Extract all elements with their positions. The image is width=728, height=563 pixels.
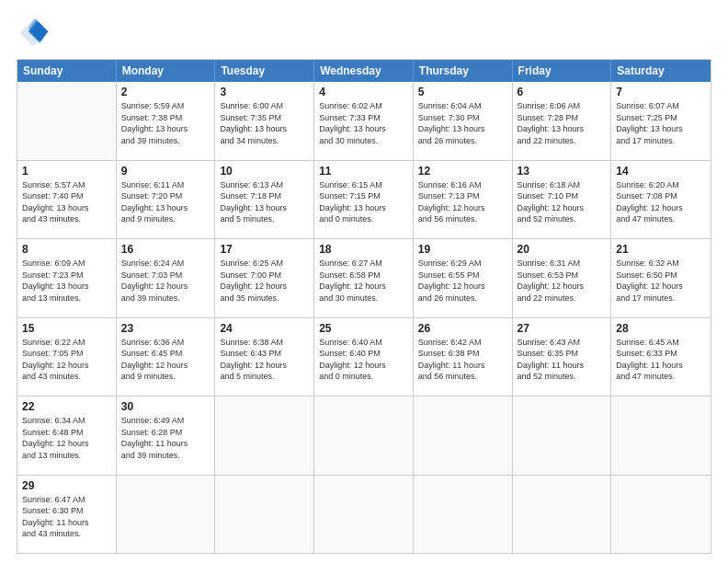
day-number: 23 (121, 322, 210, 335)
cal-cell: 7Sunrise: 6:07 AM Sunset: 7:25 PM Daylig… (611, 82, 711, 160)
cal-cell: 21Sunrise: 6:32 AM Sunset: 6:50 PM Dayli… (611, 239, 711, 317)
cal-cell: 4Sunrise: 6:02 AM Sunset: 7:33 PM Daylig… (314, 82, 414, 160)
day-number: 27 (518, 322, 607, 335)
day-number: 5 (418, 86, 507, 98)
logo-icon (17, 17, 50, 50)
day-number: 2 (121, 86, 210, 98)
cal-cell (513, 476, 612, 554)
cal-cell: 20Sunrise: 6:31 AM Sunset: 6:53 PM Dayli… (513, 239, 612, 317)
header-day-thursday: Thursday (414, 60, 513, 82)
cell-info: Sunrise: 6:13 AM Sunset: 7:18 PM Dayligh… (220, 179, 309, 225)
day-number: 22 (22, 400, 111, 413)
cal-cell (611, 476, 711, 554)
day-number: 25 (319, 322, 408, 335)
cal-cell: 15Sunrise: 6:22 AM Sunset: 7:05 PM Dayli… (17, 318, 117, 396)
cal-cell: 30Sunrise: 6:49 AM Sunset: 6:28 PM Dayli… (117, 396, 216, 475)
day-number: 14 (616, 165, 706, 178)
cell-info: Sunrise: 6:34 AM Sunset: 6:48 PM Dayligh… (22, 415, 111, 461)
header-day-monday: Monday (117, 60, 216, 82)
day-number: 1 (22, 165, 111, 178)
cell-info: Sunrise: 6:32 AM Sunset: 6:50 PM Dayligh… (616, 258, 706, 304)
cell-info: Sunrise: 6:11 AM Sunset: 7:20 PM Dayligh… (121, 179, 210, 225)
cell-info: Sunrise: 6:38 AM Sunset: 6:43 PM Dayligh… (220, 337, 309, 383)
cal-cell: 5Sunrise: 6:04 AM Sunset: 7:30 PM Daylig… (414, 82, 513, 160)
cell-info: Sunrise: 6:22 AM Sunset: 7:05 PM Dayligh… (22, 337, 111, 383)
day-number: 3 (220, 86, 309, 98)
cal-cell: 26Sunrise: 6:42 AM Sunset: 6:38 PM Dayli… (414, 318, 513, 396)
cal-cell (513, 396, 612, 475)
cal-cell: 23Sunrise: 6:36 AM Sunset: 6:45 PM Dayli… (117, 318, 216, 396)
cal-row-2: 8Sunrise: 6:09 AM Sunset: 7:23 PM Daylig… (17, 238, 711, 317)
cell-info: Sunrise: 6:40 AM Sunset: 6:40 PM Dayligh… (319, 337, 408, 383)
header-day-sunday: Sunday (17, 60, 117, 82)
cal-cell: 25Sunrise: 6:40 AM Sunset: 6:40 PM Dayli… (314, 318, 414, 396)
cal-cell (17, 82, 117, 160)
day-number: 10 (220, 165, 309, 178)
cal-row-5: 29Sunrise: 6:47 AM Sunset: 6:30 PM Dayli… (17, 475, 711, 554)
cal-row-0: 2Sunrise: 5:59 AM Sunset: 7:38 PM Daylig… (17, 82, 711, 160)
cal-cell: 14Sunrise: 6:20 AM Sunset: 7:08 PM Dayli… (611, 161, 711, 239)
header-day-wednesday: Wednesday (314, 60, 414, 82)
cell-info: Sunrise: 6:47 AM Sunset: 6:30 PM Dayligh… (22, 494, 111, 540)
cal-cell (314, 396, 414, 475)
header (17, 17, 711, 50)
cell-info: Sunrise: 6:27 AM Sunset: 6:58 PM Dayligh… (319, 258, 408, 304)
cell-info: Sunrise: 6:00 AM Sunset: 7:35 PM Dayligh… (220, 100, 309, 146)
day-number: 7 (616, 86, 706, 98)
cal-row-1: 1Sunrise: 5:57 AM Sunset: 7:40 PM Daylig… (17, 160, 711, 239)
day-number: 28 (616, 322, 706, 335)
day-number: 29 (22, 479, 111, 492)
header-day-tuesday: Tuesday (215, 60, 314, 82)
day-number: 9 (121, 165, 210, 178)
cell-info: Sunrise: 6:09 AM Sunset: 7:23 PM Dayligh… (22, 258, 111, 304)
day-number: 11 (319, 165, 408, 178)
cal-cell (414, 396, 513, 475)
cal-cell: 2Sunrise: 5:59 AM Sunset: 7:38 PM Daylig… (117, 82, 216, 160)
cell-info: Sunrise: 5:59 AM Sunset: 7:38 PM Dayligh… (121, 100, 210, 146)
cell-info: Sunrise: 6:06 AM Sunset: 7:28 PM Dayligh… (518, 100, 607, 146)
day-number: 21 (616, 243, 706, 256)
cal-cell (215, 396, 314, 475)
calendar-header: SundayMondayTuesdayWednesdayThursdayFrid… (17, 60, 711, 82)
cal-cell: 1Sunrise: 5:57 AM Sunset: 7:40 PM Daylig… (17, 161, 117, 239)
cal-row-3: 15Sunrise: 6:22 AM Sunset: 7:05 PM Dayli… (17, 317, 711, 396)
logo (17, 17, 53, 50)
cell-info: Sunrise: 6:45 AM Sunset: 6:33 PM Dayligh… (616, 337, 706, 383)
cal-cell: 13Sunrise: 6:18 AM Sunset: 7:10 PM Dayli… (513, 161, 612, 239)
cell-info: Sunrise: 6:02 AM Sunset: 7:33 PM Dayligh… (319, 100, 408, 146)
cell-info: Sunrise: 6:15 AM Sunset: 7:15 PM Dayligh… (319, 179, 408, 225)
cal-cell (611, 396, 711, 475)
cal-cell: 3Sunrise: 6:00 AM Sunset: 7:35 PM Daylig… (215, 82, 314, 160)
cell-info: Sunrise: 6:20 AM Sunset: 7:08 PM Dayligh… (616, 179, 706, 225)
cell-info: Sunrise: 6:36 AM Sunset: 6:45 PM Dayligh… (121, 337, 210, 383)
day-number: 30 (121, 400, 210, 413)
cal-cell: 9Sunrise: 6:11 AM Sunset: 7:20 PM Daylig… (117, 161, 216, 239)
day-number: 18 (319, 243, 408, 256)
cell-info: Sunrise: 6:24 AM Sunset: 7:03 PM Dayligh… (121, 258, 210, 304)
cal-cell: 28Sunrise: 6:45 AM Sunset: 6:33 PM Dayli… (611, 318, 711, 396)
cal-cell (215, 476, 314, 554)
day-number: 12 (418, 165, 507, 178)
cal-cell: 11Sunrise: 6:15 AM Sunset: 7:15 PM Dayli… (314, 161, 414, 239)
cal-cell: 17Sunrise: 6:25 AM Sunset: 7:00 PM Dayli… (215, 239, 314, 317)
cal-cell (414, 476, 513, 554)
cal-cell: 16Sunrise: 6:24 AM Sunset: 7:03 PM Dayli… (117, 239, 216, 317)
page: SundayMondayTuesdayWednesdayThursdayFrid… (0, 0, 728, 563)
cal-row-4: 22Sunrise: 6:34 AM Sunset: 6:48 PM Dayli… (17, 396, 711, 475)
cell-info: Sunrise: 6:04 AM Sunset: 7:30 PM Dayligh… (418, 100, 507, 146)
cell-info: Sunrise: 6:31 AM Sunset: 6:53 PM Dayligh… (518, 258, 607, 304)
cal-cell: 24Sunrise: 6:38 AM Sunset: 6:43 PM Dayli… (215, 318, 314, 396)
cal-cell: 8Sunrise: 6:09 AM Sunset: 7:23 PM Daylig… (17, 239, 117, 317)
cell-info: Sunrise: 6:29 AM Sunset: 6:55 PM Dayligh… (418, 258, 507, 304)
cal-cell: 22Sunrise: 6:34 AM Sunset: 6:48 PM Dayli… (17, 396, 117, 475)
day-number: 13 (518, 165, 607, 178)
cell-info: Sunrise: 5:57 AM Sunset: 7:40 PM Dayligh… (22, 179, 111, 225)
calendar: SundayMondayTuesdayWednesdayThursdayFrid… (17, 59, 711, 554)
cell-info: Sunrise: 6:25 AM Sunset: 7:00 PM Dayligh… (220, 258, 309, 304)
header-day-friday: Friday (513, 60, 612, 82)
cal-cell: 10Sunrise: 6:13 AM Sunset: 7:18 PM Dayli… (215, 161, 314, 239)
cell-info: Sunrise: 6:49 AM Sunset: 6:28 PM Dayligh… (121, 415, 210, 461)
cell-info: Sunrise: 6:42 AM Sunset: 6:38 PM Dayligh… (418, 337, 507, 383)
header-day-saturday: Saturday (611, 60, 711, 82)
day-number: 15 (22, 322, 111, 335)
